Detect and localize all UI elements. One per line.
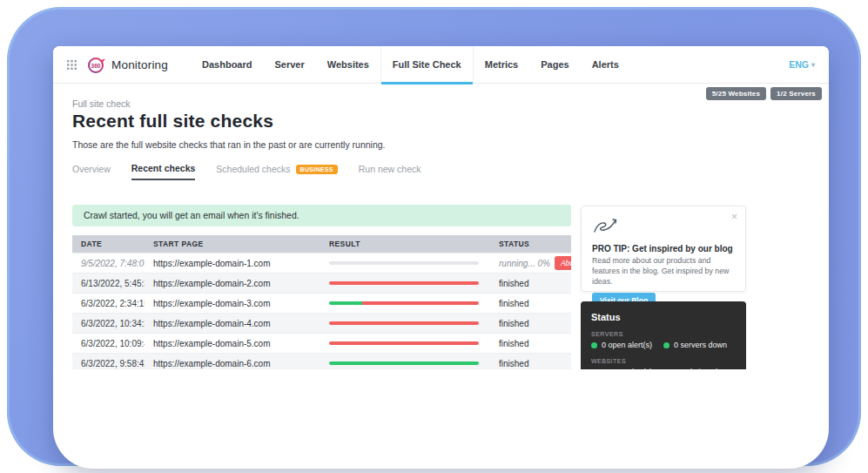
servers-group: 0 open alert(s) 0 servers down xyxy=(591,341,736,349)
green-status-dot xyxy=(591,342,597,348)
col-result: RESULT xyxy=(320,240,490,248)
check-date: 6/13/2022, 5:45:34 PM xyxy=(72,279,145,288)
svg-text:360: 360 xyxy=(91,63,101,69)
check-url: https://example-domain-4.com xyxy=(145,319,320,328)
check-status: finished xyxy=(499,359,528,368)
check-date: 9/5/2022, 7:48:09 AM xyxy=(72,259,145,268)
websites-group-label: WEBSITES xyxy=(591,358,736,364)
hand-doodle-icon xyxy=(592,224,618,239)
check-status: finished xyxy=(499,279,528,288)
server-alerts-label: 0 open alert(s) xyxy=(602,341,652,349)
table-row: 6/3/2022, 10:09:40 AM https://example-do… xyxy=(72,333,571,353)
status-card: Status SERVERS 0 open alert(s) 0 servers… xyxy=(581,301,746,369)
blue-backdrop-frame: 360 Monitoring Dashboard Server Websites… xyxy=(7,7,861,466)
app-content: 360 Monitoring Dashboard Server Websites… xyxy=(53,46,829,369)
pro-tip-body: Read more about our products and feature… xyxy=(592,256,735,287)
nav-item-metrics[interactable]: Metrics xyxy=(474,46,530,84)
main-nav: Dashboard Server Websites Full Site Chec… xyxy=(191,46,630,84)
language-selector[interactable]: ENG ▾ xyxy=(789,59,815,70)
check-status: finished xyxy=(499,319,528,328)
check-url: https://example-domain-3.com xyxy=(145,299,320,308)
check-status: finished xyxy=(499,299,528,308)
green-status-dot xyxy=(663,369,670,370)
logo-360-icon: 360 xyxy=(87,55,106,74)
check-url: https://example-domain-6.com xyxy=(145,359,320,368)
servers-down-item: 0 servers down xyxy=(663,341,736,349)
tab-scheduled-checks-label: Scheduled checks xyxy=(216,164,290,174)
progress-bar xyxy=(329,281,479,285)
check-url: https://example-domain-2.com xyxy=(145,279,320,288)
abort-button[interactable]: Abort xyxy=(555,256,571,270)
app-window: 360 Monitoring Dashboard Server Websites… xyxy=(53,46,829,469)
subtabs: Overview Recent checks Scheduled checks … xyxy=(72,163,421,180)
progress-bar xyxy=(329,261,479,265)
check-date: 6/3/2022, 2:34:15 PM xyxy=(72,299,145,308)
nav-item-alerts[interactable]: Alerts xyxy=(581,46,630,84)
website-alerts-item: 0 open alert(s) xyxy=(591,368,663,369)
servers-group-label: SERVERS xyxy=(591,331,736,337)
checks-table: DATE START PAGE RESULT STATUS 9/5/2022, … xyxy=(72,235,571,369)
progress-bar xyxy=(329,301,479,305)
breadcrumb: Full site check xyxy=(72,98,131,109)
business-badge: BUSINESS xyxy=(296,165,338,174)
chevron-down-icon: ▾ xyxy=(811,61,815,69)
tab-run-new-check[interactable]: Run new check xyxy=(359,164,421,179)
status-card-title: Status xyxy=(591,312,736,322)
table-row: 6/3/2022, 10:34:24 AM https://example-do… xyxy=(72,313,571,333)
crawl-started-notification: Crawl started, you will get an email whe… xyxy=(72,205,571,226)
table-row: 6/13/2022, 5:45:34 PM https://example-do… xyxy=(72,273,571,293)
tab-scheduled-checks[interactable]: Scheduled checks BUSINESS xyxy=(216,164,337,179)
tab-recent-checks[interactable]: Recent checks xyxy=(131,163,196,180)
websites-down-label: 0 websites down xyxy=(674,368,732,369)
pro-tip-title: PRO TIP: Get inspired by our blog xyxy=(592,244,735,253)
page-title: Recent full site checks xyxy=(72,111,273,132)
brand-name: Monitoring xyxy=(111,58,168,71)
top-navbar: 360 Monitoring Dashboard Server Websites… xyxy=(53,46,829,84)
websites-count-badge: 5/25 Websites xyxy=(706,87,766,100)
col-status: STATUS xyxy=(490,240,571,248)
server-alerts-item: 0 open alert(s) xyxy=(591,341,663,349)
website-alerts-label: 0 open alert(s) xyxy=(602,368,652,369)
app-launcher-grid-icon[interactable] xyxy=(67,60,77,70)
check-date: 6/3/2022, 9:58:42 AM xyxy=(72,359,145,368)
table-header: DATE START PAGE RESULT STATUS xyxy=(72,235,571,253)
progress-bar xyxy=(329,341,479,345)
websites-down-item: 0 websites down xyxy=(663,368,736,369)
page-subtitle: Those are the full website checks that r… xyxy=(72,139,386,150)
table-row: 6/3/2022, 2:34:15 PM https://example-dom… xyxy=(72,293,571,313)
progress-bar xyxy=(329,362,479,365)
table-row: 6/3/2022, 9:58:42 AM https://example-dom… xyxy=(72,353,571,369)
usage-badges: 5/25 Websites 1/2 Servers xyxy=(706,87,822,100)
check-status: finished xyxy=(499,339,528,348)
check-date: 6/3/2022, 10:34:24 AM xyxy=(72,319,145,328)
tab-overview[interactable]: Overview xyxy=(72,164,111,179)
nav-item-pages[interactable]: Pages xyxy=(529,46,580,84)
marketing-stage: 360 Monitoring Dashboard Server Websites… xyxy=(0,0,868,473)
col-start-page: START PAGE xyxy=(145,240,320,248)
green-status-dot xyxy=(591,369,597,370)
nav-item-full-site-check[interactable]: Full Site Check xyxy=(380,46,474,84)
check-status: running... 0% xyxy=(499,259,550,268)
websites-group: 0 open alert(s) 0 websites down xyxy=(591,368,736,369)
nav-item-websites[interactable]: Websites xyxy=(316,46,380,84)
servers-count-badge: 1/2 Servers xyxy=(770,87,822,100)
servers-down-label: 0 servers down xyxy=(674,341,727,349)
language-label: ENG xyxy=(789,59,809,70)
progress-bar xyxy=(329,321,479,325)
nav-item-dashboard[interactable]: Dashboard xyxy=(191,46,263,84)
green-status-dot xyxy=(663,342,670,348)
close-icon[interactable]: × xyxy=(731,211,737,223)
nav-item-server[interactable]: Server xyxy=(264,46,316,84)
col-date: DATE xyxy=(72,240,145,248)
check-url: https://example-domain-1.com xyxy=(145,259,320,268)
pro-tip-card: × PRO TIP: Get inspired by our blog Read… xyxy=(581,206,746,292)
check-url: https://example-domain-5.com xyxy=(145,339,320,348)
check-date: 6/3/2022, 10:09:40 AM xyxy=(72,339,145,348)
table-row: 9/5/2022, 7:48:09 AM https://example-dom… xyxy=(72,253,571,273)
